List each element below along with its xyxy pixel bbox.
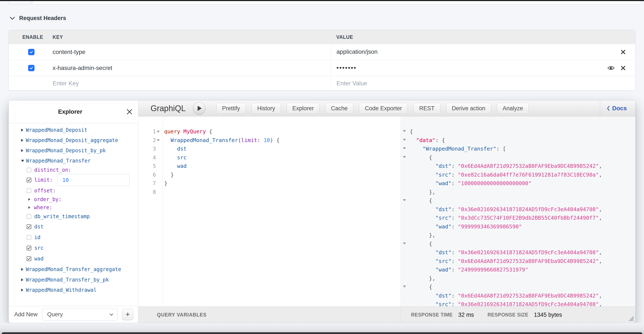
explorer-checkbox-distinct-on[interactable] <box>26 168 31 172</box>
code-line: WrappedMonad_Transfer(limit: 10) { <box>164 136 400 145</box>
expand-arrow-icon[interactable] <box>21 268 24 271</box>
check-icon <box>29 50 34 54</box>
toolbar-button-rest[interactable]: REST <box>413 103 440 114</box>
explorer-root-label[interactable]: WrappedMonad_Transfer_aggregate <box>26 266 121 272</box>
explorer-sidebar: Explorer WrappedMonad_DepositWrappedMona… <box>9 100 138 323</box>
explorer-field-label[interactable]: wad <box>34 256 44 262</box>
line-number: 1 <box>153 129 156 135</box>
header-enabled-checkbox[interactable] <box>28 65 34 71</box>
fold-arrow-icon[interactable] <box>403 199 406 201</box>
query-editor-pane: 12345678 query MyQuery { WrappedMonad_Tr… <box>138 116 400 306</box>
remove-header-icon[interactable] <box>621 66 626 70</box>
fold-arrow-icon[interactable] <box>403 147 406 149</box>
expand-arrow-icon[interactable] <box>21 278 24 281</box>
toolbar-button-analyze[interactable]: Analyze <box>497 103 529 114</box>
toolbar-button-history[interactable]: History <box>252 103 281 114</box>
request-url-input[interactable] <box>32 1 641 5</box>
explorer-field-label[interactable]: dst <box>34 224 44 230</box>
hasura-api-explorer-page: Request Headers ENABLE KEY VALUE content… <box>0 0 644 334</box>
add-operation-button[interactable]: + <box>122 309 133 320</box>
header-value-cell: application/json <box>331 44 635 60</box>
explorer-item-wrappedmonad-transfer-aggregate: WrappedMonad_Transfer_aggregate <box>9 264 138 275</box>
expand-arrow-icon[interactable] <box>21 129 24 132</box>
header-key-input[interactable]: x-hasura-admin-secret <box>52 60 112 76</box>
explorer-item-where: where: <box>9 204 138 212</box>
remove-header-icon[interactable] <box>621 50 626 54</box>
fold-arrow-icon[interactable] <box>403 130 406 132</box>
explorer-close-icon[interactable] <box>126 109 132 115</box>
fold-arrow-icon[interactable] <box>403 139 406 141</box>
explorer-item-wrappedmonad-deposit-by-pk: WrappedMonad_Deposit_by_pk <box>9 145 138 156</box>
docs-toggle-link[interactable]: Docs <box>607 105 627 112</box>
resize-grip-handle[interactable] <box>628 315 634 321</box>
line-number: 5 <box>153 163 156 169</box>
query-variables-toggle[interactable]: QUERY VARIABLES <box>138 306 400 323</box>
fold-arrow-icon[interactable] <box>157 131 160 133</box>
explorer-checkbox-wad[interactable] <box>26 256 31 261</box>
explorer-root-label[interactable]: WrappedMonad_Deposit <box>26 127 87 133</box>
new-header-value-input[interactable]: Enter Value <box>336 76 367 90</box>
explorer-item-wad: wad <box>9 253 138 264</box>
explorer-item-wrappedmonad-withdrawal: WrappedMonad_Withdrawal <box>9 285 138 295</box>
toolbar-button-explorer[interactable]: Explorer <box>287 103 320 114</box>
expand-arrow-icon[interactable] <box>28 206 30 209</box>
limit-value-input[interactable]: 10 <box>57 174 130 186</box>
code-line <box>164 188 400 197</box>
explorer-header: Explorer <box>9 100 138 123</box>
explorer-root-label[interactable]: WrappedMonad_Deposit_by_pk <box>26 147 106 153</box>
request-method-button[interactable] <box>8 1 31 5</box>
execute-query-button[interactable] <box>193 102 205 114</box>
query-variables-label: QUERY VARIABLES <box>157 312 206 318</box>
toolbar-button-derive-action[interactable]: Derive action <box>446 103 491 114</box>
explorer-checkbox-src[interactable] <box>26 246 31 250</box>
new-header-key-input[interactable]: Enter Key <box>52 76 79 90</box>
expand-arrow-icon[interactable] <box>21 289 24 291</box>
collapse-chevron-icon[interactable] <box>10 17 15 20</box>
explorer-field-label[interactable]: src <box>34 245 44 251</box>
column-header-value: VALUE <box>336 30 353 44</box>
explorer-field-label[interactable]: db_write_timestamp <box>34 214 90 220</box>
explorer-checkbox-dst[interactable] <box>26 224 31 229</box>
add-new-operation-select[interactable]: Query <box>42 309 118 320</box>
explorer-argument-label[interactable]: where: <box>34 205 52 211</box>
fold-arrow-icon[interactable] <box>403 286 406 287</box>
code-line: "dst": "0x36e0216926341871824AD5fD9cFc3e… <box>410 205 636 214</box>
reveal-value-eye-icon[interactable] <box>608 66 614 70</box>
explorer-checkbox-offset[interactable] <box>26 188 31 193</box>
header-value-input[interactable]: application/json <box>336 44 378 60</box>
expand-arrow-icon[interactable] <box>28 198 30 201</box>
request-headers-title: Request Headers <box>19 15 66 22</box>
collapse-arrow-icon[interactable] <box>21 160 24 162</box>
explorer-checkbox-limit[interactable] <box>26 178 31 182</box>
explorer-argument-label[interactable]: distinct_on: <box>34 167 71 173</box>
header-row-content-type: content-type application/json <box>9 44 635 60</box>
explorer-checkbox-id[interactable] <box>26 235 31 240</box>
code-line: }, <box>410 188 636 197</box>
explorer-root-label[interactable]: WrappedMonad_Withdrawal <box>26 287 96 293</box>
toolbar-button-cache[interactable]: Cache <box>325 103 353 114</box>
explorer-field-label[interactable]: id <box>34 234 40 240</box>
response-size-value: 1345 bytes <box>534 312 562 318</box>
explorer-argument-label[interactable]: offset: <box>34 188 56 194</box>
explorer-argument-label[interactable]: limit: <box>34 177 53 183</box>
chevron-down-icon <box>110 313 113 316</box>
explorer-root-label[interactable]: WrappedMonad_Deposit_aggregate <box>26 137 118 143</box>
explorer-root-label[interactable]: WrappedMonad_Transfer <box>26 158 90 164</box>
explorer-item-order-by: order_by: <box>9 195 138 204</box>
fold-arrow-icon[interactable] <box>403 243 406 244</box>
explorer-checkbox-db-write-timestamp[interactable] <box>26 214 31 219</box>
header-value-input-masked[interactable]: ••••••• <box>336 60 357 76</box>
header-key-input[interactable]: content-type <box>52 44 86 60</box>
expand-arrow-icon[interactable] <box>21 149 24 152</box>
toolbar-button-code-exporter[interactable]: Code Exporter <box>359 103 408 114</box>
fold-arrow-icon[interactable] <box>403 156 406 158</box>
toolbar-button-prettify[interactable]: Prettify <box>216 103 246 114</box>
explorer-root-label[interactable]: WrappedMonad_Transfer_by_pk <box>26 277 109 283</box>
header-enabled-checkbox[interactable] <box>28 49 34 55</box>
query-editor[interactable]: query MyQuery { WrappedMonad_Transfer(li… <box>164 116 400 306</box>
chevron-left-icon <box>607 106 610 111</box>
explorer-argument-label[interactable]: order_by: <box>34 197 62 202</box>
line-number: 2 <box>153 137 156 143</box>
fold-arrow-icon[interactable] <box>157 139 160 141</box>
expand-arrow-icon[interactable] <box>21 139 24 142</box>
